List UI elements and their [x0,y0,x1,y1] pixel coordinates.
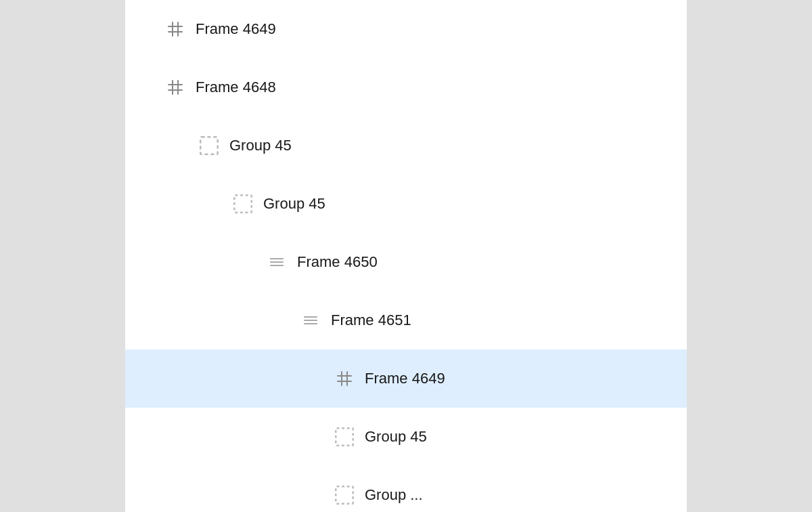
layer-label: Frame 4649 [196,20,276,38]
layer-label: Frame 4651 [331,312,411,329]
list-item-frame-4650[interactable]: Frame 4650 [125,233,687,291]
component-icon [267,253,286,272]
component-icon [301,311,320,330]
group-small-icon [335,427,354,446]
layer-label: Group 45 [263,195,325,213]
svg-rect-20 [336,428,353,445]
list-item-group-ellipsis[interactable]: Group ... [125,466,687,512]
list-item-frame-4648[interactable]: Frame 4648 [125,58,687,116]
svg-rect-21 [336,486,353,503]
layers-panel: Frame 4649 Frame 4648 Group 45 Group 45 … [125,0,687,512]
group-large-icon [200,136,219,155]
frame-icon [335,369,354,388]
list-item-frame-4649-top[interactable]: Frame 4649 [125,0,687,58]
group-small-icon [335,486,354,505]
list-item-group-45-level2[interactable]: Group 45 [125,175,687,233]
svg-rect-9 [234,195,251,212]
layer-label: Frame 4649 [365,370,445,387]
layer-label: Frame 4650 [297,253,378,271]
svg-rect-8 [200,137,217,154]
layer-label: Frame 4648 [196,79,276,96]
frame-icon [166,20,185,39]
layer-label: Group 45 [365,428,427,446]
layer-label: Group ... [365,486,423,504]
list-item-group-45-level1[interactable]: Group 45 [125,116,687,175]
list-item-group-45-level3[interactable]: Group 45 [125,408,687,466]
layer-label: Group 45 [229,137,292,154]
group-small-icon [233,194,252,213]
list-item-frame-4651[interactable]: Frame 4651 [125,291,687,349]
frame-icon [166,78,185,97]
list-item-frame-4649-selected[interactable]: Frame 4649 [125,349,687,408]
